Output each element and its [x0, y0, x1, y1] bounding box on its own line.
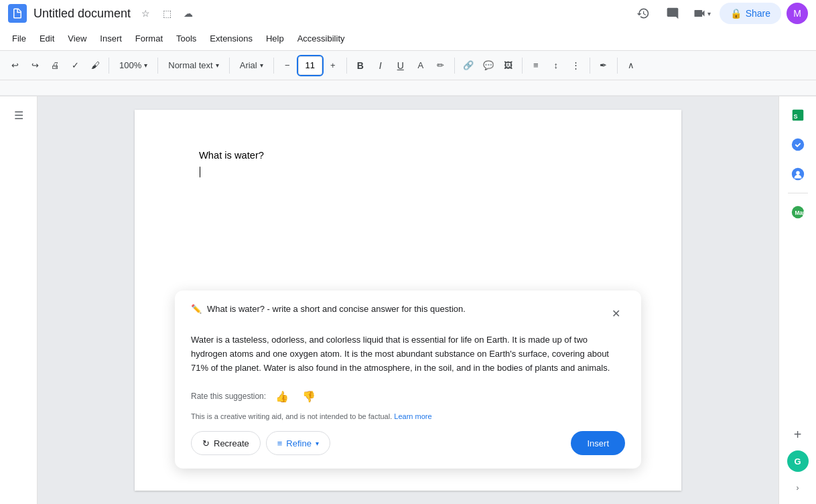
lock-icon: 🔒: [730, 8, 742, 19]
italic-button[interactable]: I: [371, 55, 390, 76]
collapse-button[interactable]: ∧: [622, 55, 640, 76]
main-area: ☰ What is water? ✏️ What is water? - wri…: [0, 96, 816, 504]
menu-extensions[interactable]: Extensions: [203, 31, 259, 46]
menu-edit[interactable]: Edit: [33, 31, 61, 46]
share-button[interactable]: 🔒 Share: [720, 3, 781, 24]
refine-icon: ≡: [277, 438, 283, 448]
document-title[interactable]: Untitled document: [33, 7, 131, 21]
font-size-input[interactable]: 11: [298, 56, 322, 75]
recreate-button[interactable]: ↻ Recreate: [191, 431, 261, 455]
paint-format-button[interactable]: 🖌: [86, 55, 105, 76]
svg-point-6: [796, 171, 800, 174]
redo-button[interactable]: ↪: [25, 55, 44, 76]
linespacing-button[interactable]: ↕: [547, 55, 565, 76]
toolbar-separator-6: [454, 58, 455, 74]
decrease-font-button[interactable]: −: [278, 55, 297, 76]
learn-more-link[interactable]: Learn more: [394, 412, 431, 420]
top-bar: Untitled document ☆ ⬚ ☁ ▾ 🔒 Share M: [0, 0, 816, 27]
pen-button[interactable]: ✒: [594, 55, 613, 76]
outline-icon[interactable]: ☰: [5, 102, 32, 129]
toolbar-separator-4: [273, 58, 274, 74]
add-plugin-button[interactable]: +: [787, 424, 809, 445]
menu-bar: File Edit View Insert Format Tools Exten…: [0, 27, 816, 51]
chevron-down-icon-3: ▾: [260, 62, 263, 69]
document-heading: What is water?: [199, 150, 617, 161]
link-button[interactable]: 🔗: [459, 55, 478, 76]
menu-help[interactable]: Help: [259, 31, 291, 46]
comment-button[interactable]: [661, 1, 685, 25]
font-dropdown[interactable]: Arial ▾: [234, 55, 269, 76]
title-icons: ☆ ⬚ ☁: [136, 4, 198, 23]
svg-text:S: S: [793, 113, 797, 120]
avatar[interactable]: M: [787, 3, 808, 24]
meet-button[interactable]: ▾: [690, 1, 714, 25]
folder-button[interactable]: ⬚: [157, 4, 176, 23]
style-dropdown[interactable]: Normal text ▾: [162, 55, 224, 76]
toolbar-separator-2: [157, 58, 158, 74]
document-area[interactable]: What is water? ✏️ What is water? - write…: [38, 96, 778, 504]
menu-accessibility[interactable]: Accessibility: [291, 31, 352, 46]
insert-button[interactable]: Insert: [571, 431, 625, 455]
disclaimer-text: This is a creative writing aid, and is n…: [191, 412, 625, 420]
spellcheck-button[interactable]: ✓: [66, 55, 84, 76]
svg-point-4: [791, 139, 803, 151]
document-cursor-line: [199, 166, 617, 177]
svg-text:Maps: Maps: [795, 210, 805, 216]
ai-actions: ↻ Recreate ≡ Refine ▾ Insert: [191, 431, 625, 455]
tasks-icon[interactable]: [785, 131, 811, 158]
ai-wand-icon: ✏️: [191, 304, 202, 314]
contacts-icon[interactable]: [785, 161, 811, 187]
recreate-icon: ↻: [202, 438, 210, 448]
rate-label: Rate this suggestion:: [191, 392, 266, 401]
right-sidebar: S Maps + G ›: [778, 96, 816, 504]
chevron-down-icon: ▾: [144, 62, 147, 69]
cloud-button[interactable]: ☁: [179, 4, 198, 23]
text-cursor: [200, 167, 200, 177]
ai-content-text: Water is a tasteless, odorless, and colo…: [191, 333, 625, 375]
increase-font-button[interactable]: +: [324, 55, 342, 76]
top-right-actions: ▾ 🔒 Share M: [631, 1, 808, 25]
refine-chevron-icon: ▾: [316, 440, 319, 447]
refine-button[interactable]: ≡ Refine ▾: [266, 431, 330, 455]
chevron-down-icon-2: ▾: [216, 62, 219, 69]
toolbar: ↩ ↪ 🖨 ✓ 🖌 100% ▾ Normal text ▾ Arial ▾ −…: [0, 51, 816, 80]
ruler: [0, 80, 816, 96]
print-button[interactable]: 🖨: [46, 55, 64, 76]
ai-close-button[interactable]: ✕: [606, 304, 625, 323]
menu-view[interactable]: View: [61, 31, 93, 46]
toolbar-separator-5: [346, 58, 347, 74]
more-button[interactable]: ⋮: [567, 55, 586, 76]
toolbar-separator-8: [590, 58, 590, 74]
ruler-inner: [0, 80, 816, 96]
right-sidebar-separator: [788, 193, 808, 193]
image-button[interactable]: 🖼: [499, 55, 518, 76]
menu-file[interactable]: File: [5, 31, 33, 46]
toolbar-separator-1: [109, 58, 109, 74]
menu-tools[interactable]: Tools: [169, 31, 203, 46]
grammarly-button[interactable]: G: [787, 450, 809, 472]
maps-icon[interactable]: Maps: [785, 199, 811, 226]
undo-button[interactable]: ↩: [5, 55, 24, 76]
ai-title: ✏️ What is water? - write a short and co…: [191, 304, 606, 314]
ai-header: ✏️ What is water? - write a short and co…: [191, 304, 625, 323]
highlight-button[interactable]: ✏: [431, 55, 450, 76]
history-button[interactable]: [631, 1, 655, 25]
zoom-dropdown[interactable]: 100% ▾: [113, 55, 153, 76]
star-button[interactable]: ☆: [136, 4, 155, 23]
thumbs-up-button[interactable]: 👍: [271, 386, 293, 407]
text-color-button[interactable]: A: [411, 55, 430, 76]
menu-insert[interactable]: Insert: [93, 31, 129, 46]
ai-suggestion-box: ✏️ What is water? - write a short and co…: [175, 290, 641, 469]
menu-format[interactable]: Format: [129, 31, 169, 46]
right-sidebar-collapse[interactable]: ›: [789, 477, 807, 499]
thumbs-down-button[interactable]: 👎: [298, 386, 320, 407]
underline-button[interactable]: U: [391, 55, 410, 76]
sheets-icon[interactable]: S: [785, 102, 811, 129]
toolbar-separator-9: [617, 58, 618, 74]
comment-toolbar-button[interactable]: 💬: [479, 55, 498, 76]
align-button[interactable]: ≡: [527, 55, 545, 76]
left-sidebar: ☰: [0, 96, 38, 504]
toolbar-separator-7: [522, 58, 523, 74]
app-icon: [8, 4, 27, 23]
bold-button[interactable]: B: [351, 55, 370, 76]
